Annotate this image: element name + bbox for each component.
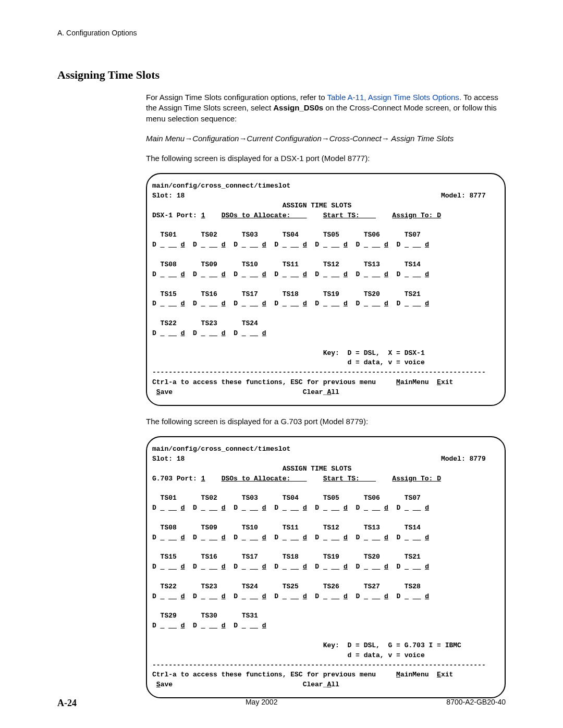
terminal-screen-dsx1: main/config/cross_connect/timeslot Slot:… [146,173,506,406]
footer-date: May 2002 [246,698,277,709]
intro-part1: For Assign Time Slots configuration opti… [146,93,327,102]
cmd-assign-ds0s: Assign_DS0s [273,103,323,112]
page-number: A-24 [57,698,77,709]
footer-docid: 8700-A2-GB20-40 [446,698,506,709]
link-table-a11[interactable]: Table A-11, Assign Time Slots Options [327,93,459,102]
screen1-caption: The following screen is displayed for a … [146,153,506,164]
screen2-caption: The following screen is displayed for a … [146,416,506,427]
section-label: A. Configuration Options [57,29,137,37]
page-header: A. Configuration Options [57,29,506,37]
page-footer: A-24 May 2002 8700-A2-GB20-40 [57,698,506,709]
section-heading: Assigning Time Slots [57,68,506,82]
intro-paragraph: For Assign Time Slots configuration opti… [146,92,506,124]
menu-sequence: Main Menu→Configuration→Current Configur… [146,133,506,144]
terminal-screen-g703: main/config/cross_connect/timeslot Slot:… [146,436,506,698]
